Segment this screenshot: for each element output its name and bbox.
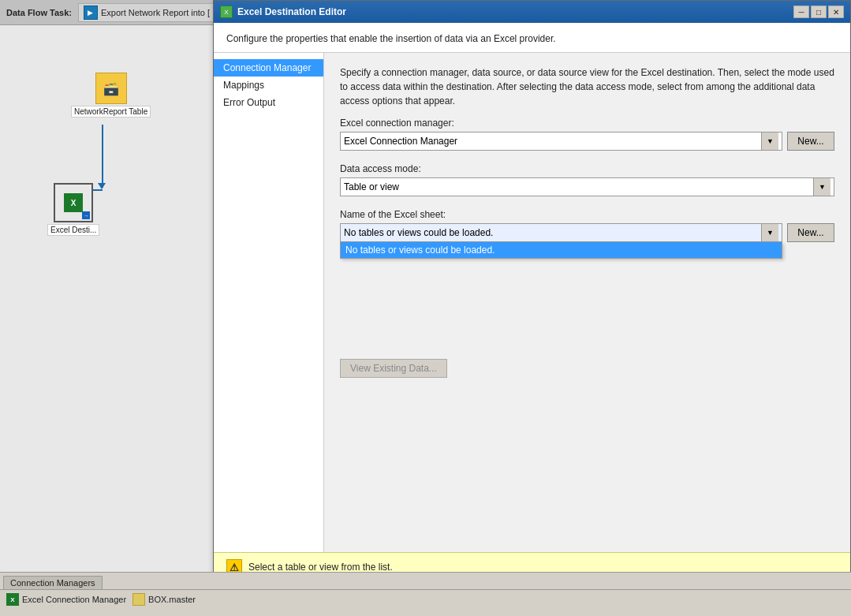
- dialog-title-icon: X: [220, 6, 233, 18]
- flow-node-dest: X → Excel Desti...: [47, 183, 99, 236]
- status-excel-label: Excel Connection Manager: [22, 595, 126, 604]
- minimize-button[interactable]: ─: [793, 6, 809, 18]
- excel-connection-label: Excel connection manager:: [340, 118, 834, 129]
- dialog-controls: ─ □ ✕: [793, 6, 844, 18]
- excel-sheet-value: No tables or views could be loaded.: [344, 227, 761, 238]
- status-tabs: Connection Managers: [0, 573, 851, 590]
- dialog-header-text: Configure the properties that enable the…: [226, 33, 556, 44]
- dialog-titlebar: X Excel Destination Editor ─ □ ✕: [214, 1, 850, 23]
- excel-connection-section: Excel connection manager: Excel Connecti…: [340, 118, 834, 151]
- excel-sheet-label: Name of the Excel sheet:: [340, 209, 834, 220]
- dest-node-label: Excel Desti...: [47, 224, 99, 236]
- excel-connection-select[interactable]: Excel Connection Manager ▼: [340, 132, 782, 151]
- connection-managers-tab[interactable]: Connection Managers: [3, 576, 103, 589]
- warning-text: Select a table or view from the list.: [248, 562, 393, 573]
- task-icon: ▶: [84, 6, 98, 20]
- dropdown-item-1[interactable]: No tables or views could be loaded.: [341, 242, 782, 258]
- maximize-button[interactable]: □: [811, 6, 827, 18]
- excel-connection-value: Excel Connection Manager: [344, 136, 761, 147]
- dialog-content: Specify a connection manager, data sourc…: [324, 53, 850, 552]
- close-button[interactable]: ✕: [828, 6, 844, 18]
- source-node-label: NetworkReport Table: [71, 106, 151, 118]
- data-access-value: Table or view: [344, 181, 813, 192]
- status-box-label: BOX.master: [148, 595, 196, 604]
- canvas-area: 🗃️ NetworkReport Table X → Excel Desti..…: [0, 25, 213, 572]
- nav-item-connection-manager[interactable]: Connection Manager: [214, 59, 323, 77]
- status-bar: Connection Managers X Excel Connection M…: [0, 572, 851, 616]
- description-text: Specify a connection manager, data sourc…: [340, 65, 834, 118]
- status-bottom: X Excel Connection Manager BOX.master: [0, 590, 851, 609]
- excel-icon: X: [6, 593, 19, 606]
- excel-connection-row: Excel Connection Manager ▼ New...: [340, 132, 834, 151]
- data-access-dropdown-btn[interactable]: ▼: [813, 178, 830, 196]
- status-item-excel: X Excel Connection Manager: [6, 593, 126, 606]
- data-access-label: Data access mode:: [340, 163, 834, 174]
- box-icon: [133, 593, 145, 606]
- excel-connection-new-button[interactable]: New...: [787, 132, 834, 151]
- data-access-section: Data access mode: Table or view ▼: [340, 163, 834, 196]
- excel-sheet-dropdown-wrapper: No tables or views could be loaded. ▼ No…: [340, 223, 782, 242]
- view-data-wrapper: View Existing Data...: [340, 353, 834, 378]
- excel-sheet-dropdown-btn[interactable]: ▼: [761, 224, 778, 241]
- nav-item-error-output[interactable]: Error Output: [214, 94, 323, 111]
- excel-sheet-section: Name of the Excel sheet: No tables or vi…: [340, 209, 834, 242]
- excel-sheet-dropdown-list: No tables or views could be loaded.: [340, 242, 782, 259]
- status-item-box: BOX.master: [133, 593, 196, 606]
- excel-destination-editor-dialog: X Excel Destination Editor ─ □ ✕ Configu…: [213, 0, 851, 616]
- view-existing-data-button[interactable]: View Existing Data...: [340, 359, 447, 378]
- task-text: Export Network Report into [: [101, 8, 210, 17]
- data-access-row: Table or view ▼: [340, 177, 834, 196]
- flow-node-source: 🗃️ NetworkReport Table: [71, 73, 151, 118]
- dialog-header: Configure the properties that enable the…: [214, 23, 850, 53]
- nav-item-mappings[interactable]: Mappings: [214, 77, 323, 94]
- dialog-body: Connection Manager Mappings Error Output…: [214, 53, 850, 552]
- excel-connection-dropdown-btn[interactable]: ▼: [761, 133, 778, 150]
- excel-sheet-select[interactable]: No tables or views could be loaded. ▼: [340, 223, 782, 242]
- data-access-select[interactable]: Table or view ▼: [340, 177, 834, 196]
- taskbar-label: Data Flow Task:: [6, 8, 72, 17]
- connector-line: [102, 125, 103, 188]
- excel-sheet-new-button[interactable]: New...: [787, 223, 834, 242]
- dialog-nav: Connection Manager Mappings Error Output: [214, 53, 324, 552]
- dialog-title-text: Excel Destination Editor: [237, 6, 789, 17]
- excel-sheet-row: No tables or views could be loaded. ▼ No…: [340, 223, 834, 242]
- taskbar-task[interactable]: ▶ Export Network Report into [: [78, 3, 215, 22]
